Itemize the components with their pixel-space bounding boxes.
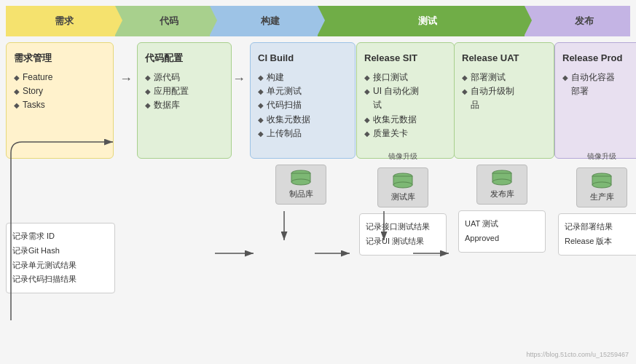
phase-code: 代码 — [115, 6, 210, 36]
diamond-icon-10: ◆ — [258, 114, 264, 126]
demand-code-arrow: → — [119, 42, 133, 87]
build-item-3: ◆ 代码扫描 — [258, 98, 348, 112]
uat-item-2: ◆ 自动升级制品 — [462, 84, 546, 112]
sit-item-4: ◆ 质量关卡 — [364, 127, 447, 141]
demand-item-feature: ◆ Feature — [14, 71, 106, 84]
code-column: 代码配置 ◆ 源代码 ◆ 应用配置 ◆ 数据库 — [137, 42, 228, 159]
demand-info-line-1: 记录需求 ID — [12, 229, 109, 244]
demand-column: 需求管理 ◆ Feature ◆ Story ◆ Tasks 记录需求 ID — [6, 42, 115, 293]
diamond-icon-16: ◆ — [462, 72, 468, 84]
db-icon-artifact — [290, 170, 312, 187]
diamond-icon-5: ◆ — [145, 86, 151, 98]
code-card-title: 代码配置 — [145, 50, 224, 66]
uat-info-box: UAT 测试 Approved — [458, 210, 546, 253]
build-item-4: ◆ 收集元数据 — [258, 113, 348, 127]
artifact-repo: 制品库 — [275, 165, 326, 205]
code-item-source: ◆ 源代码 — [145, 71, 224, 84]
build-column: CI Build ◆ 构建 ◆ 单元测试 ◆ 代码扫描 ◆ 收集元数据 — [250, 42, 352, 205]
demand-info-box: 记录需求 ID 记录Git Hash 记录单元测试结果 记录代码扫描结果 — [6, 223, 115, 293]
db-icon-release — [491, 170, 513, 187]
demand-info-line-2: 记录Git Hash — [12, 244, 109, 258]
sit-info-box: 记录接口测试结果 记录UI 测试结果 — [359, 213, 447, 256]
db-icon-test — [392, 173, 414, 190]
prod-info-box: 记录部署结果 Release 版本 — [558, 213, 636, 256]
demand-item-story: ◆ Story — [14, 84, 106, 98]
diamond-icon-15: ◆ — [364, 128, 370, 140]
build-item-5: ◆ 上传制品 — [258, 127, 348, 141]
diamond-icon-2: ◆ — [14, 86, 20, 98]
build-card-title: CI Build — [258, 50, 348, 66]
main-container: 需求 代码 构建 测试 发布 需求管理 ◆ Feature — [0, 0, 636, 364]
diamond-icon-13: ◆ — [364, 86, 370, 98]
code-item-db: ◆ 数据库 — [145, 98, 224, 112]
diamond-icon-12: ◆ — [364, 72, 370, 84]
sit-card-title: Release SIT — [364, 50, 447, 66]
uat-item-1: ◆ 部署测试 — [462, 71, 546, 84]
prod-info-line-1: 记录部署结果 — [565, 220, 636, 234]
db-icon-prod — [591, 173, 613, 190]
code-build-arrow: → — [232, 42, 246, 87]
prod-repo: 生产库 — [576, 167, 627, 207]
sit-info-line-2: 记录UI 测试结果 — [366, 234, 440, 249]
sit-item-1: ◆ 接口测试 — [364, 71, 447, 84]
release-repo: 发布库 — [476, 165, 527, 205]
watermark: https://blog.51cto.com/u_15259467 — [526, 351, 629, 358]
code-card: 代码配置 ◆ 源代码 ◆ 应用配置 ◆ 数据库 — [137, 42, 232, 159]
phase-code-label: 代码 — [160, 15, 178, 28]
prod-item-1: ◆ 自动化容器部署 — [562, 71, 636, 98]
artifact-label: 制品库 — [289, 189, 313, 199]
upgrade-label-1: 镜像升级 — [388, 151, 417, 162]
phase-demand-label: 需求 — [55, 15, 74, 28]
uat-column: Release UAT ◆ 部署测试 ◆ 自动升级制品 — [454, 42, 550, 253]
phase-test-label: 测试 — [418, 15, 437, 28]
phase-build: 构建 — [210, 6, 318, 36]
release-repo-area: 发布库 UAT 测试 Approved — [454, 165, 550, 253]
sit-item-3: ◆ 收集元数据 — [364, 113, 447, 127]
svg-point-11 — [592, 182, 611, 188]
diamond-icon-9: ◆ — [258, 100, 264, 111]
sit-card: Release SIT ◆ 接口测试 ◆ UI 自动化测试 ◆ 收集元数据 ◆ … — [356, 42, 455, 159]
uat-info-line-2: Approved — [465, 232, 539, 246]
sit-info-line-1: 记录接口测试结果 — [366, 220, 440, 234]
diamond-icon-4: ◆ — [145, 72, 151, 84]
release-label: 发布库 — [490, 189, 514, 199]
demand-card: 需求管理 ◆ Feature ◆ Story ◆ Tasks — [6, 42, 114, 159]
svg-point-2 — [291, 179, 310, 185]
sit-item-2: ◆ UI 自动化测试 — [364, 84, 447, 112]
diamond-icon-11: ◆ — [258, 128, 264, 140]
upgrade-label-2: 镜像升级 — [587, 151, 616, 162]
code-item-config: ◆ 应用配置 — [145, 84, 224, 98]
build-item-1: ◆ 构建 — [258, 71, 348, 84]
uat-card-title: Release UAT — [462, 50, 546, 66]
demand-item-tasks: ◆ Tasks — [14, 98, 106, 112]
prod-card-title: Release Prod — [562, 50, 636, 66]
demand-info-spacer: 记录需求 ID 记录Git Hash 记录单元测试结果 记录代码扫描结果 — [6, 223, 115, 293]
prod-card: Release Prod ◆ 自动化容器部署 — [554, 42, 636, 159]
build-card: CI Build ◆ 构建 ◆ 单元测试 ◆ 代码扫描 ◆ 收集元数据 — [250, 42, 356, 159]
demand-info-line-4: 记录代码扫描结果 — [12, 272, 109, 287]
prod-label: 生产库 — [590, 191, 614, 202]
demand-info-line-3: 记录单元测试结果 — [12, 258, 109, 273]
phase-release: 发布 — [525, 6, 630, 36]
phase-demand: 需求 — [6, 6, 115, 36]
uat-card: Release UAT ◆ 部署测试 ◆ 自动升级制品 — [454, 42, 554, 159]
test-repo-area: 镜像升级 测试库 记录接口测试结果 记录UI 测试结果 — [356, 165, 449, 256]
sit-column: Release SIT ◆ 接口测试 ◆ UI 自动化测试 ◆ 收集元数据 ◆ … — [356, 42, 449, 256]
phase-release-label: 发布 — [575, 15, 594, 28]
artifact-repo-area: 制品库 — [250, 165, 352, 205]
diamond-icon-18: ◆ — [562, 72, 568, 84]
prod-column: Release Prod ◆ 自动化容器部署 镜像升级 — [554, 42, 636, 256]
test-repo: 测试库 — [377, 167, 428, 207]
diamond-icon-14: ◆ — [364, 114, 370, 126]
demand-card-title: 需求管理 — [14, 50, 106, 66]
phase-build-label: 构建 — [261, 15, 280, 28]
diamond-icon-6: ◆ — [145, 100, 151, 111]
phase-test: 测试 — [318, 6, 525, 36]
svg-point-8 — [492, 179, 511, 185]
build-item-2: ◆ 单元测试 — [258, 84, 348, 98]
diamond-icon: ◆ — [14, 72, 20, 84]
uat-info-line-1: UAT 测试 — [465, 217, 539, 232]
diamond-icon-17: ◆ — [462, 86, 468, 98]
prod-info-line-2: Release 版本 — [565, 234, 636, 249]
test-label: 测试库 — [391, 191, 415, 202]
